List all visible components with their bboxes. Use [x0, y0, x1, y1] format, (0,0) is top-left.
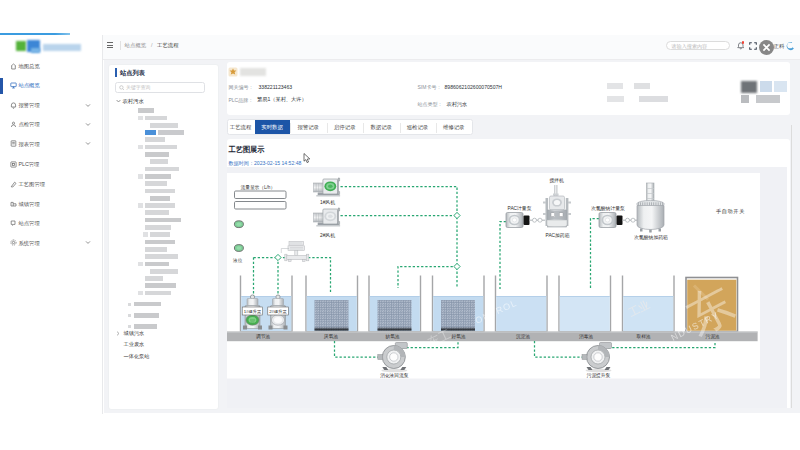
svg-text:调节池: 调节池	[256, 333, 270, 340]
svg-text:污泥提升泵: 污泥提升泵	[587, 372, 611, 379]
svg-text:1#风机: 1#风机	[320, 200, 335, 205]
svg-text:手自动开关: 手自动开关	[716, 208, 745, 215]
svg-text:好氧池: 好氧池	[451, 333, 465, 340]
svg-text:厌氧池: 厌氧池	[323, 333, 338, 340]
svg-text:消化液回流泵: 消化液回流泵	[380, 372, 408, 379]
svg-text:取样池: 取样池	[636, 333, 650, 340]
svg-text:次氯酸钠加药箱: 次氯酸钠加药箱	[634, 234, 668, 241]
svg-text:2#风机: 2#风机	[320, 233, 335, 238]
svg-text:液位: 液位	[233, 258, 243, 263]
svg-text:缺氧池: 缺氧池	[385, 333, 399, 340]
svg-text:流量显示（L/h）: 流量显示（L/h）	[241, 184, 276, 191]
svg-text:PAC计量泵: PAC计量泵	[508, 206, 532, 211]
svg-text:2#提升泵: 2#提升泵	[269, 309, 287, 314]
svg-text:PAC加药箱: PAC加药箱	[546, 232, 570, 239]
svg-text:1#提升泵: 1#提升泵	[244, 309, 262, 314]
svg-text:次氯酸钠计量泵: 次氯酸钠计量泵	[591, 205, 625, 212]
